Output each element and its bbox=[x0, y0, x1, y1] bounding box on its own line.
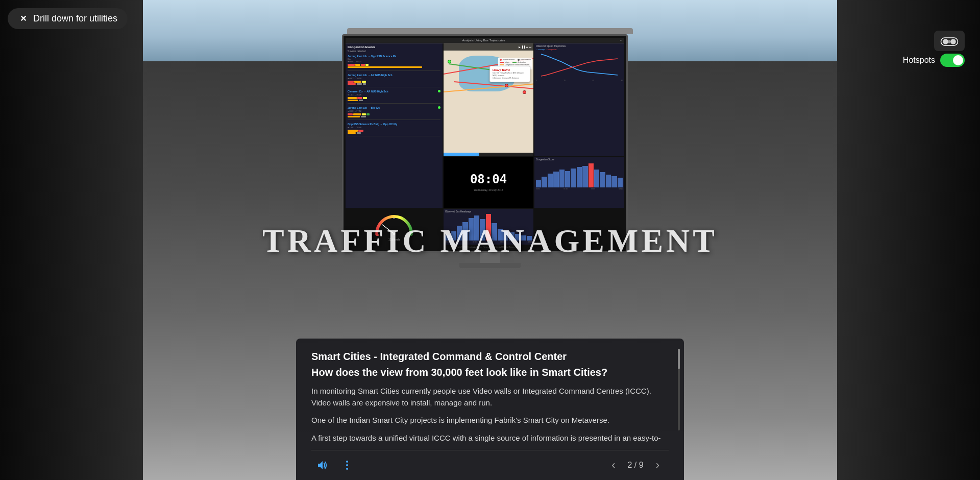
cbar-12 bbox=[600, 172, 605, 187]
page-total: 9 bbox=[639, 461, 644, 469]
cbar-7 bbox=[571, 169, 576, 188]
speed-chart-svg bbox=[536, 52, 623, 80]
congestion-x-axis: 06:00 07:30 09:00 09:15 bbox=[536, 188, 623, 190]
headways-chart-title: Observed Bus Headways bbox=[445, 210, 532, 213]
tooltip-text-2: 1 Cmp and Clemson Pk Entrance bbox=[493, 77, 527, 80]
legend-label-incident: recent incident bbox=[503, 59, 514, 61]
toggle-knob bbox=[953, 55, 963, 65]
close-icon: ✕ bbox=[18, 14, 28, 24]
congestion-subtitle: 5 events detected bbox=[348, 50, 440, 53]
event-time-1: ● 08:07 - 08:25 bbox=[348, 60, 440, 63]
tooltip-title: Heavy Traffic bbox=[493, 68, 527, 71]
info-title-1: Smart Cities - Integrated Command & Cont… bbox=[311, 351, 669, 363]
cbar-11 bbox=[594, 170, 599, 187]
info-paragraph-1: In monitoring Smart Cities currently peo… bbox=[311, 386, 669, 409]
svg-point-1 bbox=[943, 39, 948, 44]
tooltip-text-1: CO1750 Heavy Traffic on AYE (Towards MCE… bbox=[493, 72, 527, 77]
legend-line-ok bbox=[512, 62, 517, 63]
toolbar-left bbox=[316, 459, 353, 471]
congestion-chart bbox=[536, 162, 623, 187]
event-item-5: Opp PSB Science Pk Bldg → Opp OC Fly ● 1… bbox=[348, 123, 440, 136]
marker-end bbox=[523, 90, 526, 94]
clock-date: Wednesday, 20 July 2016 bbox=[474, 188, 503, 191]
event-bars-4 bbox=[348, 113, 440, 115]
monitor-screen: Analysis Using Bus Trajectories ▼ Conges… bbox=[342, 34, 628, 253]
event-route-1: Jurong East Lib → Opp PSB Science Pk bbox=[348, 55, 440, 58]
toolbar-right: ‹ 2 / 9 › bbox=[607, 457, 664, 474]
svg-point-9 bbox=[346, 464, 348, 466]
cbar-3 bbox=[548, 174, 553, 188]
event-bars-3 bbox=[348, 97, 440, 99]
playback-progress bbox=[444, 153, 479, 156]
event-item-4: Jurong East Lib → Blk 426 ● 08:31 - 17:5… bbox=[348, 106, 440, 120]
info-scrollbar-thumb bbox=[678, 349, 680, 369]
clock-panel: 08:04 Wednesday, 20 July 2016 bbox=[444, 157, 533, 208]
page-indicator: 2 / 9 bbox=[628, 461, 644, 470]
event-route-3: Clemson Ctr → AR NUS High Sch bbox=[348, 90, 388, 93]
monitor-stand-base bbox=[459, 263, 521, 268]
speed-chart-title: Observed Speed Trajectories bbox=[536, 45, 623, 47]
event-active-dot-3 bbox=[438, 90, 440, 92]
speed-chart-container bbox=[536, 52, 623, 80]
svg-point-8 bbox=[346, 461, 348, 463]
event-route-4: Jurong East Lib → Blk 426 bbox=[348, 106, 380, 109]
event-item-3: Clemson Ctr → AR NUS High Sch ● 14:11 - … bbox=[348, 90, 440, 104]
legend-dot-location bbox=[518, 59, 520, 61]
cbar-1 bbox=[536, 180, 541, 187]
info-paragraph-3: A first step towards a unified virtual I… bbox=[311, 433, 669, 444]
svg-point-10 bbox=[346, 468, 348, 470]
cbar-10-red bbox=[589, 163, 594, 188]
svg-marker-7 bbox=[318, 461, 323, 469]
legend-label-slow: origin bbox=[505, 61, 509, 63]
map-content: Heavy Traffic CO1750 Heavy Traffic on AY… bbox=[444, 43, 533, 156]
event-time-4: ● 08:31 - 17:52 bbox=[348, 110, 440, 112]
congestion-title: Congestion Events bbox=[348, 45, 440, 49]
playback-bar bbox=[444, 153, 533, 156]
cbar-13 bbox=[606, 175, 611, 187]
speed-x-axis: 0 20 40 60 bbox=[536, 80, 623, 82]
hotspots-label: Hotspots bbox=[903, 56, 935, 65]
audio-icon bbox=[316, 459, 329, 471]
audio-button[interactable] bbox=[316, 459, 329, 471]
info-panel: Smart Cities - Integrated Command & Cont… bbox=[296, 339, 684, 480]
congestion-events-panel: Congestion Events 5 events detected Juro… bbox=[346, 43, 443, 208]
vr-button[interactable] bbox=[934, 31, 965, 51]
page-separator: / bbox=[632, 461, 639, 469]
event-time-3: ● 14:11 - 16:36 bbox=[348, 93, 440, 96]
monitor-top-bar bbox=[347, 28, 633, 34]
cbar-15 bbox=[618, 178, 623, 187]
monitor-inner: Analysis Using Bus Trajectories ▼ Conges… bbox=[344, 36, 626, 251]
legend-label-location: road/location bbox=[521, 59, 531, 61]
event-bars-1 bbox=[348, 64, 440, 66]
info-scrollbar[interactable] bbox=[678, 349, 680, 430]
event-bars-5 bbox=[348, 130, 440, 132]
cbar-2 bbox=[542, 177, 547, 187]
congestion-chart-title: Congestion Score bbox=[536, 158, 623, 161]
svg-text:40: 40 bbox=[393, 217, 396, 220]
event-bars-2 bbox=[348, 81, 440, 83]
nav-next-button[interactable]: › bbox=[652, 457, 664, 474]
drill-down-button[interactable]: ✕ Drill down for utilities bbox=[8, 8, 128, 29]
vr-right-wall bbox=[837, 0, 980, 480]
svg-rect-3 bbox=[948, 40, 951, 43]
cbar-9 bbox=[582, 166, 587, 188]
event-time-5: ● 18:01 - 18:48 bbox=[348, 126, 440, 129]
speed-legend: — average — congestion bbox=[536, 49, 623, 51]
cbar-8 bbox=[577, 167, 582, 187]
map-bg: Heavy Traffic CO1750 Heavy Traffic on AY… bbox=[444, 51, 533, 156]
cbar-14 bbox=[611, 176, 617, 188]
legend-dot-incident bbox=[500, 59, 502, 61]
legend-line-slow bbox=[500, 62, 504, 63]
vr-goggles-icon bbox=[940, 35, 959, 47]
menu-button[interactable] bbox=[341, 459, 353, 471]
marker-start bbox=[448, 60, 451, 63]
info-toolbar: ‹ 2 / 9 › bbox=[311, 450, 669, 480]
cbar-4 bbox=[553, 172, 558, 187]
dashboard-grid: Congestion Events 5 events detected Juro… bbox=[346, 43, 624, 245]
info-paragraph-2: One of the Indian Smart City projects is… bbox=[311, 415, 669, 426]
hotspots-toggle[interactable] bbox=[940, 54, 965, 67]
wall-title: TRAFFIC MANAGEMENT bbox=[262, 222, 718, 260]
svg-point-2 bbox=[950, 39, 956, 44]
event-time-2: ● 09:12 - 10:18 bbox=[348, 77, 440, 80]
nav-prev-button[interactable]: ‹ bbox=[607, 457, 619, 474]
